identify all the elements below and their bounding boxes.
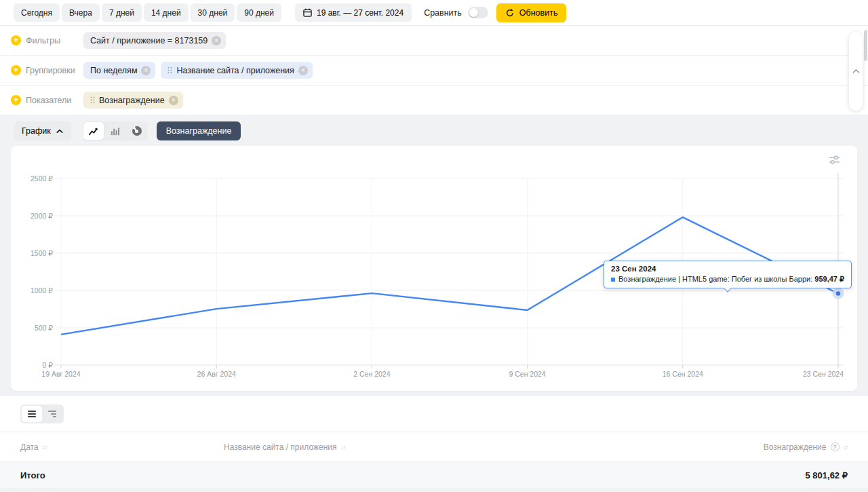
x-axis-tick-label: 2 Сен 2024 xyxy=(353,370,390,378)
date-preset-button[interactable]: 14 дней xyxy=(144,3,189,22)
help-icon[interactable]: ? xyxy=(831,442,840,451)
chip-label: По неделям xyxy=(90,66,137,75)
filter-chip[interactable]: Название сайта / приложения× xyxy=(161,62,312,79)
column-header-date[interactable]: Дата ↓↑ xyxy=(20,442,224,452)
calendar-icon xyxy=(303,8,312,17)
refresh-button[interactable]: Обновить xyxy=(496,3,567,22)
add-icon[interactable]: + xyxy=(11,35,21,45)
add-icon[interactable]: + xyxy=(11,65,21,75)
chip-remove-icon[interactable]: × xyxy=(212,36,221,45)
filter-row-header: +Показатели xyxy=(11,95,83,105)
chip-list: Вознаграждение× xyxy=(83,92,183,109)
bar-chart-icon xyxy=(110,126,120,136)
filter-row-header: +Группировки xyxy=(11,65,83,75)
chip-label: Название сайта / приложения xyxy=(176,66,294,75)
chip-label: Сайт / приложение = 8173159 xyxy=(90,36,208,45)
filter-row-label: Показатели xyxy=(26,96,71,105)
highlighted-point[interactable] xyxy=(836,291,840,295)
total-value: 5 801,62 ₽ xyxy=(806,470,848,480)
date-preset-button[interactable]: 90 дней xyxy=(237,3,281,22)
date-preset-button[interactable]: 7 дней xyxy=(102,3,142,22)
y-axis-tick-label: 2500 ₽ xyxy=(31,174,53,183)
date-preset-button[interactable]: 30 дней xyxy=(191,3,235,22)
x-axis-tick-label: 23 Сен 2024 xyxy=(803,370,844,378)
pie-chart-icon xyxy=(132,126,142,136)
y-axis-tick-label: 1500 ₽ xyxy=(31,249,53,257)
date-preset-group: СегодняВчера7 дней14 дней30 дней90 дней xyxy=(14,3,281,22)
date-range-button[interactable]: 19 авг. — 27 сент. 2024 xyxy=(295,3,412,22)
refresh-label: Обновить xyxy=(519,8,558,18)
y-axis-tick-label: 2000 ₽ xyxy=(31,212,53,220)
line-chart-icon xyxy=(88,126,98,136)
y-axis-tick-label: 0 ₽ xyxy=(43,361,54,369)
table-header: Дата ↓↑ Название сайта / приложения ↓↑ В… xyxy=(0,432,868,462)
column-label: Название сайта / приложения xyxy=(224,442,336,452)
chart-settings-icon[interactable] xyxy=(828,155,841,167)
filter-row-label: Фильтры xyxy=(26,36,60,45)
tree-icon xyxy=(48,411,56,417)
drag-handle-icon[interactable] xyxy=(90,96,95,104)
tooltip-value: 959,47 ₽ xyxy=(814,275,844,283)
compare-label: Сравнить xyxy=(424,8,462,18)
column-header-site-name[interactable]: Название сайта / приложения ↓↑ xyxy=(224,442,764,452)
chip-list: Сайт / приложение = 8173159× xyxy=(83,32,226,49)
chip-remove-icon[interactable]: × xyxy=(141,66,151,75)
x-axis-tick-label: 9 Сен 2024 xyxy=(509,370,545,378)
x-axis-tick-label: 26 Авг 2024 xyxy=(197,370,236,378)
chart-controls-row: График Вознаграждение xyxy=(0,115,868,146)
chip-list: По неделям×Название сайта / приложения× xyxy=(83,62,313,79)
scrollbar-thumb[interactable] xyxy=(864,30,867,61)
compare-toggle[interactable] xyxy=(468,7,488,18)
chevron-up-icon xyxy=(852,69,860,74)
chevron-up-icon xyxy=(56,129,63,134)
report-section: График Вознаграждение xyxy=(0,115,868,492)
table-view-switcher xyxy=(20,404,64,423)
y-axis-tick-label: 500 ₽ xyxy=(35,324,53,332)
filter-row: +ФильтрыСайт / приложение = 8173159× xyxy=(0,26,868,56)
chart-card: 0 ₽500 ₽1000 ₽1500 ₽2000 ₽2500 ₽19 Авг 2… xyxy=(11,146,857,391)
date-preset-button[interactable]: Вчера xyxy=(62,3,100,22)
filter-row: +ГруппировкиПо неделям×Название сайта / … xyxy=(0,56,868,86)
pie-chart-type-button[interactable] xyxy=(126,121,148,140)
filter-chip[interactable]: По неделям× xyxy=(83,62,155,79)
filter-rows: +ФильтрыСайт / приложение = 8173159×+Гру… xyxy=(0,26,868,115)
list-icon xyxy=(28,411,36,417)
column-label: Вознаграждение xyxy=(764,442,827,452)
filter-chip[interactable]: Сайт / приложение = 8173159× xyxy=(83,32,226,49)
series-toggle-button[interactable]: Вознаграждение xyxy=(157,121,241,140)
filter-row-header: +Фильтры xyxy=(11,35,83,45)
toggle-knob xyxy=(469,8,478,17)
chart-view-dropdown[interactable]: График xyxy=(14,121,71,140)
x-axis-tick-label: 16 Сен 2024 xyxy=(663,370,703,378)
line-chart-type-button[interactable] xyxy=(83,121,104,140)
filter-row-label: Группировки xyxy=(26,66,75,75)
flat-list-view-button[interactable] xyxy=(22,406,42,422)
chip-label: Вознаграждение xyxy=(99,96,165,105)
table-toolbar xyxy=(0,396,868,432)
chart-view-label: График xyxy=(22,126,51,136)
tooltip-date: 23 Сен 2024 xyxy=(611,265,844,273)
chip-remove-icon[interactable]: × xyxy=(169,96,178,105)
column-header-reward[interactable]: Вознаграждение ? ↓↑ xyxy=(764,442,848,452)
sort-icon[interactable]: ↓↑ xyxy=(340,444,345,451)
add-icon[interactable]: + xyxy=(11,95,21,105)
sort-icon[interactable]: ↓↑ xyxy=(43,444,47,451)
bar-chart-type-button[interactable] xyxy=(104,121,126,140)
date-preset-button[interactable]: Сегодня xyxy=(14,3,60,22)
chart-type-switcher xyxy=(83,121,148,140)
sort-icon[interactable]: ↓↑ xyxy=(844,444,848,451)
tooltip-series-label: Вознаграждение | HTML5 game: Побег из шк… xyxy=(618,275,844,284)
chip-remove-icon[interactable]: × xyxy=(298,66,308,75)
date-range-label: 19 авг. — 27 сент. 2024 xyxy=(317,8,403,18)
filter-chip[interactable]: Вознаграждение× xyxy=(83,92,183,109)
x-axis-tick-label: 19 Авг 2024 xyxy=(41,370,80,378)
drag-handle-icon[interactable] xyxy=(167,67,172,74)
collapse-panel-button[interactable] xyxy=(849,32,863,111)
series-bullet-icon xyxy=(611,278,615,282)
filter-panel: +ФильтрыСайт / приложение = 8173159×+Гру… xyxy=(0,26,868,115)
filter-row: +ПоказателиВознаграждение× xyxy=(0,86,868,115)
top-toolbar: СегодняВчера7 дней14 дней30 дней90 дней … xyxy=(0,0,868,26)
total-label: Итого xyxy=(20,470,224,480)
column-label: Дата xyxy=(20,442,39,452)
tree-view-button[interactable] xyxy=(42,406,62,422)
